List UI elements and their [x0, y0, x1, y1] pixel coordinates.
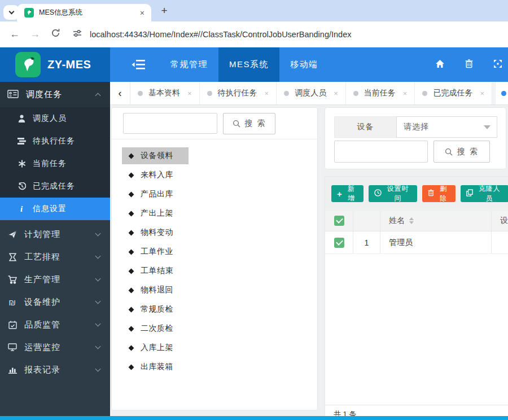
id-card-icon — [7, 90, 19, 100]
hourglass-icon — [7, 253, 18, 261]
sidebar-item-completed-tasks[interactable]: 已完成任务 — [0, 175, 110, 198]
diamond-bullet-icon — [129, 345, 134, 351]
add-button[interactable]: + 新增 — [331, 185, 364, 202]
tab-active-partial[interactable] — [495, 82, 508, 104]
sidebar-item-production-management[interactable]: 生产管理 — [0, 268, 110, 291]
tab-close-icon[interactable]: × — [403, 89, 408, 98]
staff-search-row: 搜 索 — [334, 141, 490, 163]
nav-item-mobile[interactable]: 移动端 — [279, 47, 329, 82]
tab-dot-icon — [353, 91, 358, 96]
chevron-down-icon — [95, 366, 101, 371]
favicon-icon — [24, 8, 34, 18]
browser-tab[interactable]: MES信息系统 × — [17, 4, 151, 21]
sidebar-item-report-records[interactable]: 报表记录 — [0, 358, 110, 381]
row-checkbox[interactable] — [334, 238, 344, 248]
tab-close-icon[interactable]: × — [334, 89, 338, 98]
home-icon[interactable] — [435, 59, 445, 71]
new-tab-button[interactable]: + — [158, 5, 170, 17]
tab-close-icon[interactable]: × — [187, 89, 192, 98]
sidebar: 调度任务 调度人员 待执行任务 当前任务 — [0, 82, 110, 416]
tab-close-icon[interactable]: × — [140, 9, 144, 17]
tree-item[interactable]: 二次质检 — [112, 319, 317, 338]
staff-search-button[interactable]: 搜 索 — [433, 141, 490, 163]
tree-item[interactable]: 物料变动 — [112, 223, 317, 242]
row-index-cell: 1 — [353, 231, 380, 253]
asterisk-icon — [17, 160, 27, 168]
chevron-down-icon — [95, 253, 101, 259]
set-time-button[interactable]: 设置时间 — [369, 185, 417, 202]
delete-button[interactable]: 删除 — [422, 185, 456, 202]
tree-item[interactable]: 入库上架 — [112, 338, 317, 357]
sidebar-item-info-settings[interactable]: i 信息设置 — [0, 198, 110, 220]
sidebar-item-operations-monitoring[interactable]: 运营监控 — [0, 336, 110, 358]
sidebar-sections: 计划管理 工艺排程 生产管理 ₪ 设备维护 — [0, 223, 110, 381]
sidebar-item-label: 信息设置 — [33, 204, 67, 214]
history-icon — [17, 182, 27, 190]
sort-icon[interactable] — [409, 217, 414, 224]
url-field[interactable]: localhost:44343/Home/Index#//ClassTask/C… — [90, 30, 351, 39]
tree-item[interactable]: 来料入库 — [112, 165, 317, 185]
sidebar-item-label: 待执行任务 — [33, 136, 75, 146]
tree-item[interactable]: 出库装箱 — [112, 357, 317, 377]
chevron-down-icon — [8, 8, 14, 14]
shekel-icon: ₪ — [7, 298, 18, 307]
tree-item[interactable]: 设备领料 — [112, 146, 317, 165]
tab-dispatch-staff[interactable]: 调度人员 × — [277, 82, 346, 104]
tree-item[interactable]: 工单作业 — [112, 242, 317, 261]
device-header-cell: 设 — [492, 211, 508, 231]
clone-staff-button[interactable]: 克隆人员 — [461, 185, 508, 202]
sidebar-item-label: 报表记录 — [24, 365, 60, 375]
sidebar-group-dispatch-tasks[interactable]: 调度任务 — [0, 82, 110, 107]
brand: ZY-MES — [0, 47, 110, 82]
select-all-cell — [325, 211, 353, 231]
sidebar-item-current-tasks[interactable]: 当前任务 — [0, 152, 110, 175]
sidebar-item-pending-tasks[interactable]: 待执行任务 — [0, 130, 110, 152]
tree-search-button[interactable]: 搜 索 — [223, 113, 275, 134]
tab-completed-tasks[interactable]: 已完成任务 × — [415, 82, 492, 104]
fullscreen-icon[interactable] — [493, 59, 502, 71]
staff-search-input[interactable] — [334, 141, 428, 163]
row-check-cell — [325, 231, 353, 253]
diamond-bullet-icon — [129, 230, 134, 235]
diamond-bullet-icon — [129, 153, 134, 159]
tree-item[interactable]: 产出上架 — [112, 204, 317, 223]
tab-close-icon[interactable]: × — [480, 89, 484, 98]
tree-item[interactable]: 产品出库 — [112, 185, 317, 204]
tree-item[interactable]: 常规质检 — [112, 300, 317, 319]
trash-icon[interactable] — [465, 59, 473, 71]
device-filter-label: 设备 — [334, 116, 396, 138]
sidebar-item-dispatch-staff[interactable]: 调度人员 — [0, 107, 110, 130]
nav-item-mes[interactable]: MES系统 — [218, 47, 279, 82]
tree-search-input[interactable] — [123, 113, 217, 134]
screen: MES信息系统 × + ← → localhost:44343/Home/Ind… — [0, 0, 508, 420]
chevron-down-icon — [95, 298, 101, 304]
nav-item-general[interactable]: 常规管理 — [160, 47, 218, 82]
tab-scroll-left-button[interactable]: ‹ — [110, 82, 130, 104]
tree-item[interactable]: 物料退回 — [112, 281, 317, 300]
sidebar-item-plan-management[interactable]: 计划管理 — [0, 223, 110, 246]
reload-icon[interactable] — [50, 28, 61, 41]
select-all-checkbox[interactable] — [334, 216, 344, 226]
bottom-scrollbar[interactable] — [0, 416, 508, 420]
tab-dot-icon — [422, 91, 427, 96]
diamond-bullet-icon — [129, 307, 134, 312]
browser-tab-title: MES信息系统 — [39, 8, 135, 18]
tab-pending-tasks[interactable]: 待执行任务 × — [200, 82, 277, 104]
back-icon[interactable]: ← — [9, 28, 20, 40]
tab-dot-icon — [284, 91, 289, 96]
sidebar-item-equipment-maintenance[interactable]: ₪ 设备维护 — [0, 291, 110, 313]
sidebar-item-quality-supervision[interactable]: 品质监管 — [0, 313, 110, 336]
collapse-menu-icon[interactable] — [132, 59, 145, 72]
forward-icon[interactable]: → — [29, 28, 41, 40]
tab-current-tasks[interactable]: 当前任务 × — [346, 82, 415, 104]
sidebar-item-label: 生产管理 — [24, 274, 60, 285]
tab-basic-data[interactable]: 基本资料 × — [130, 82, 200, 104]
table-row[interactable]: 1 管理员 — [325, 231, 508, 254]
tab-close-icon[interactable]: × — [265, 89, 269, 98]
sidebar-item-process-scheduling[interactable]: 工艺排程 — [0, 246, 110, 268]
site-settings-icon[interactable] — [72, 28, 82, 41]
app-logo-icon — [15, 52, 41, 77]
tree-item[interactable]: 工单结束 — [112, 261, 317, 281]
device-select[interactable]: 请选择 — [396, 116, 497, 138]
browser-tab-strip: MES信息系统 × + — [0, 0, 508, 21]
